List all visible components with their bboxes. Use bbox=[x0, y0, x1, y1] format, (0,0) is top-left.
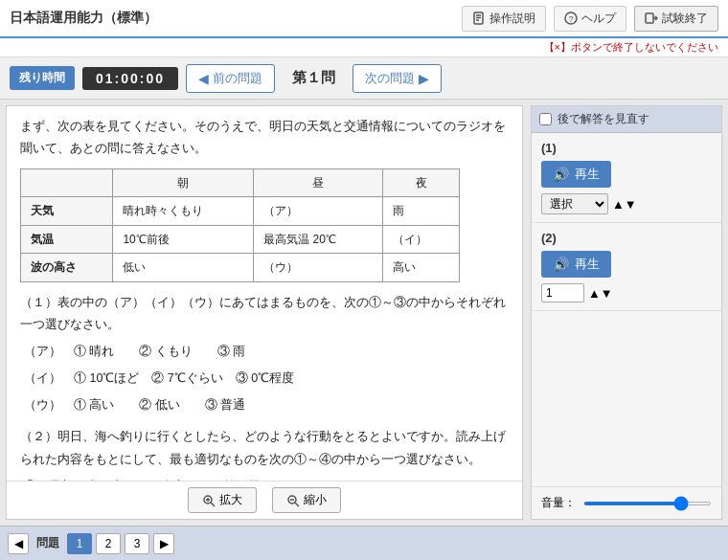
volume-slider[interactable] bbox=[583, 502, 712, 505]
left-content: まず、次の表を見てください。そのうえで、明日の天気と交通情報についてのラジオを聞… bbox=[7, 106, 522, 481]
app-header: 日本語運用能力（標準） 操作説明 ? ヘルプ 試験終了 bbox=[0, 0, 728, 38]
q1-option-a: （ア） ① 晴れ ② くもり ③ 雨 bbox=[24, 341, 509, 364]
review-header: 後で解答を見直す bbox=[532, 106, 721, 133]
prev-label: 前の問題 bbox=[213, 70, 262, 87]
q1-select-box: 選択 ① ② ③ ▲▼ bbox=[541, 193, 712, 214]
zoom-in-button[interactable]: 拡大 bbox=[188, 487, 257, 513]
footer-page-1[interactable]: 1 bbox=[67, 533, 92, 554]
q2-play-button[interactable]: 🔊 再生 bbox=[541, 251, 611, 278]
zoom-in-icon bbox=[202, 494, 216, 507]
next-arrow-icon: ▶ bbox=[419, 71, 429, 86]
q1-select-arrow: ▲▼ bbox=[612, 197, 637, 212]
speaker-icon-2: 🔊 bbox=[553, 257, 569, 272]
end-exam-button[interactable]: 試験終了 bbox=[634, 6, 718, 32]
zoom-out-icon bbox=[286, 494, 300, 507]
mondai-label: 問題 bbox=[36, 535, 59, 551]
svg-line-13 bbox=[295, 503, 299, 506]
table-cell-wave-morning: 低い bbox=[113, 254, 254, 281]
left-panel: まず、次の表を見てください。そのうえで、明日の天気と交通情報についてのラジオを聞… bbox=[6, 105, 523, 520]
table-cell-weather-label: 天気 bbox=[21, 197, 113, 225]
next-label: 次の問題 bbox=[365, 70, 415, 87]
end-label: 試験終了 bbox=[662, 11, 708, 27]
footer-page-3[interactable]: 3 bbox=[125, 533, 149, 554]
volume-label: 音量： bbox=[541, 495, 576, 511]
q2-number: (2) bbox=[541, 231, 712, 245]
svg-line-9 bbox=[211, 503, 215, 506]
spinner-arrows: ▲▼ bbox=[588, 286, 613, 301]
q1-number: (1) bbox=[541, 141, 712, 155]
svg-text:?: ? bbox=[569, 14, 574, 24]
next-question-button[interactable]: 次の問題 ▶ bbox=[353, 64, 442, 93]
q1-block: (1) 🔊 再生 選択 ① ② ③ ▲▼ bbox=[532, 133, 721, 223]
q1-select[interactable]: 選択 ① ② ③ bbox=[541, 193, 608, 214]
table-row: 気温 10℃前後 最高気温 20℃ （イ） bbox=[21, 225, 460, 253]
zoom-in-label: 拡大 bbox=[219, 492, 242, 508]
main-area: まず、次の表を見てください。そのうえで、明日の天気と交通情報についてのラジオを聞… bbox=[0, 100, 728, 526]
manual-label: 操作説明 bbox=[489, 11, 535, 27]
help-button[interactable]: ? ヘルプ bbox=[554, 6, 626, 32]
question-label: 第１問 bbox=[283, 69, 345, 87]
table-header-noon: 昼 bbox=[254, 169, 383, 197]
table-cell-wave-night: 高い bbox=[383, 254, 460, 281]
toolbar: 残り時間 01:00:00 ◀ 前の問題 第１問 次の問題 ▶ bbox=[0, 57, 728, 100]
q2-title: （２）明日、海へ釣りに行くとしたら、どのような行動をとるとよいですか。読み上げら… bbox=[20, 426, 509, 472]
intro-text: まず、次の表を見てください。そのうえで、明日の天気と交通情報についてのラジオを聞… bbox=[20, 116, 509, 159]
table-cell-temp-night: （イ） bbox=[383, 225, 460, 253]
warning-bar: 【×】ボタンで終了しないでください bbox=[0, 38, 728, 57]
header-buttons: 操作説明 ? ヘルプ 試験終了 bbox=[462, 6, 718, 32]
zoom-out-button[interactable]: 縮小 bbox=[272, 487, 341, 513]
table-header-morning: 朝 bbox=[113, 169, 254, 197]
zoom-bar: 拡大 縮小 bbox=[7, 481, 522, 519]
svg-rect-6 bbox=[646, 13, 653, 23]
table-cell-wave-label: 波の高さ bbox=[21, 254, 113, 281]
time-value: 01:00:00 bbox=[82, 67, 178, 90]
speaker-icon-1: 🔊 bbox=[553, 167, 569, 182]
footer-next-arrow[interactable]: ▶ bbox=[153, 533, 174, 554]
manual-button[interactable]: 操作説明 bbox=[462, 6, 546, 32]
app-title: 日本語運用能力（標準） bbox=[10, 10, 462, 27]
table-header-night: 夜 bbox=[383, 169, 460, 197]
table-cell-weather-morning: 晴れ時々くもり bbox=[113, 197, 254, 225]
q1-play-label: 再生 bbox=[575, 166, 600, 183]
table-cell-weather-noon: （ア） bbox=[254, 197, 383, 225]
volume-bar: 音量： bbox=[532, 486, 721, 519]
footer-prev-arrow[interactable]: ◀ bbox=[8, 533, 29, 554]
help-icon: ? bbox=[564, 11, 578, 25]
review-checkbox[interactable] bbox=[539, 113, 552, 125]
q2-play-label: 再生 bbox=[575, 256, 600, 273]
time-label: 残り時間 bbox=[10, 66, 75, 90]
table-row: 天気 晴れ時々くもり （ア） 雨 bbox=[21, 197, 460, 225]
exit-icon bbox=[645, 11, 658, 25]
q1-play-button[interactable]: 🔊 再生 bbox=[541, 161, 611, 188]
q2-spinner-box: ▲▼ bbox=[541, 283, 712, 302]
right-panel: 後で解答を見直す (1) 🔊 再生 選択 ① ② ③ ▲▼ (2) bbox=[531, 105, 722, 520]
table-cell-weather-night: 雨 bbox=[383, 197, 460, 225]
zoom-out-label: 縮小 bbox=[304, 492, 327, 508]
table-cell-wave-noon: （ウ） bbox=[254, 254, 383, 281]
table-row: 波の高さ 低い （ウ） 高い bbox=[21, 254, 460, 281]
weather-table: 朝 昼 夜 天気 晴れ時々くもり （ア） 雨 気温 10℃前後 bbox=[20, 168, 460, 282]
prev-arrow-icon: ◀ bbox=[198, 71, 209, 86]
footer-page-2[interactable]: 2 bbox=[96, 533, 121, 554]
document-icon bbox=[472, 11, 486, 25]
table-cell-temp-morning: 10℃前後 bbox=[113, 225, 254, 253]
question-section: （１）表の中の（ア）（イ）（ウ）にあてはまるものを、次の①～③の中からそれぞれ一… bbox=[20, 292, 509, 481]
footer-nav: ◀ 問題 1 2 3 ▶ bbox=[0, 526, 728, 560]
prev-question-button[interactable]: ◀ 前の問題 bbox=[186, 64, 275, 93]
review-label: 後で解答を見直す bbox=[557, 111, 649, 127]
q1-title: （１）表の中の（ア）（イ）（ウ）にあてはまるものを、次の①～③の中からそれぞれ一… bbox=[20, 292, 509, 338]
q2-spinner[interactable] bbox=[541, 283, 584, 302]
q2-block: (2) 🔊 再生 ▲▼ bbox=[532, 223, 721, 311]
table-header-empty bbox=[21, 169, 113, 197]
warning-text: 【×】ボタンで終了しないでください bbox=[544, 41, 718, 53]
table-cell-temp-label: 気温 bbox=[21, 225, 113, 253]
help-label: ヘルプ bbox=[581, 11, 616, 27]
q1-option-c: （ウ） ① 高い ② 低い ③ 普通 bbox=[24, 394, 509, 417]
q1-option-b: （イ） ① 10℃ほど ② 7℃ぐらい ③ 0℃程度 bbox=[24, 368, 509, 391]
table-cell-temp-noon: 最高気温 20℃ bbox=[254, 225, 383, 253]
